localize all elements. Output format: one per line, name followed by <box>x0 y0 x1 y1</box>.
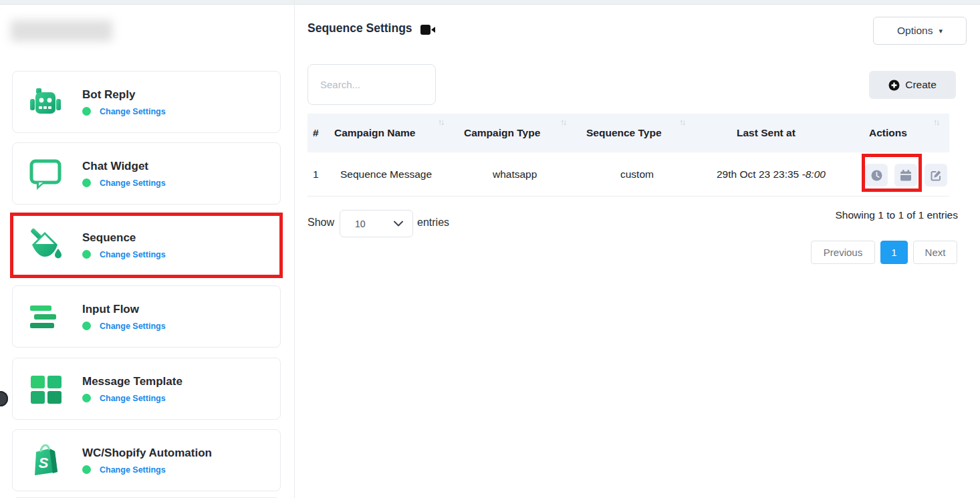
column-header-actions[interactable]: Actions <box>869 114 907 152</box>
cell-campaign-type: whatsapp <box>493 152 537 196</box>
sort-icon[interactable]: ↑↓ <box>679 118 685 127</box>
status-dot <box>82 107 91 116</box>
change-settings-link[interactable]: Change Settings <box>100 322 166 331</box>
sidebar-item-label: Chat Widget <box>82 160 166 173</box>
options-button[interactable]: Options ▾ <box>873 17 967 45</box>
change-settings-link[interactable]: Change Settings <box>100 107 166 116</box>
sort-icon[interactable]: ↑↓ <box>933 118 939 127</box>
sidebar-item-label: Sequence <box>82 231 166 245</box>
sort-icon[interactable]: ↑↓ <box>560 118 566 127</box>
sidebar-item-label: Bot Reply <box>82 88 166 102</box>
shopify-icon: S <box>26 441 65 480</box>
caret-down-icon: ▾ <box>939 27 943 35</box>
paint-bucket-icon <box>26 226 65 265</box>
sidebar-item-sequence[interactable]: Sequence Change Settings <box>12 214 281 276</box>
column-header-campaign-name[interactable]: Campaign Name <box>334 114 415 152</box>
sort-icon[interactable]: ↑↓ <box>438 118 443 127</box>
status-dot <box>82 322 91 330</box>
status-dot <box>82 178 91 187</box>
sidebar-item-chat-widget[interactable]: Chat Widget Change Settings <box>12 142 281 205</box>
app-logo-blurred <box>11 20 112 41</box>
top-strip <box>0 0 980 5</box>
change-settings-link[interactable]: Change Settings <box>100 465 166 475</box>
column-header-last-sent[interactable]: Last Sent at <box>737 114 795 152</box>
sidebar-item-label: Input Flow <box>82 303 166 316</box>
clock-icon <box>871 170 882 181</box>
chat-bubble-icon <box>26 154 65 193</box>
calendar-button[interactable] <box>894 164 917 186</box>
page-title: Sequence Settings <box>308 21 412 35</box>
sidebar-divider <box>294 0 295 498</box>
options-label: Options <box>897 25 933 37</box>
bot-icon <box>26 83 65 122</box>
entries-per-page-select[interactable]: 10 <box>340 210 413 237</box>
sidebar-item-bot-reply[interactable]: Bot Reply Change Settings <box>12 71 281 133</box>
showing-entries-text: Showing 1 to 1 of 1 entries <box>835 209 958 221</box>
table-row-divider <box>308 196 949 197</box>
cell-sequence-type: custom <box>620 152 654 196</box>
cell-campaign-name: Sequence Message <box>340 152 432 196</box>
sidebar-item-label: WC/Shopify Automation <box>82 447 212 460</box>
sidebar-item-input-flow[interactable]: Input Flow Change Settings <box>12 285 281 348</box>
column-header-campaign-type[interactable]: Campaign Type <box>464 114 540 152</box>
search-input[interactable] <box>308 64 436 105</box>
entries-label: entries <box>417 217 449 229</box>
show-label: Show <box>308 217 334 229</box>
calendar-icon <box>900 170 911 181</box>
change-settings-link[interactable]: Change Settings <box>100 250 166 259</box>
status-dot <box>82 250 91 259</box>
change-settings-link[interactable]: Change Settings <box>100 178 166 188</box>
status-dot <box>82 465 91 474</box>
video-camera-icon[interactable] <box>420 24 437 38</box>
plus-circle-icon <box>888 80 900 91</box>
chevron-down-icon <box>394 221 403 227</box>
sidebar-item-message-template[interactable]: Message Template Change Settings <box>12 358 281 420</box>
sequence-settings-page: Bot Reply Change Settings Chat Widget Ch… <box>0 0 980 498</box>
sidebar-item-label: Message Template <box>82 375 182 388</box>
create-button[interactable]: Create <box>869 71 956 99</box>
sidebar-item-wc-shopify[interactable]: S WC/Shopify Automation Change Settings <box>12 429 281 491</box>
svg-text:S: S <box>39 455 49 471</box>
column-header-index[interactable]: # <box>313 114 319 152</box>
grid-icon <box>26 370 65 408</box>
change-settings-link[interactable]: Change Settings <box>100 394 166 403</box>
cell-last-sent-at: 29th Oct 23 23:35 -8:00 <box>717 152 826 196</box>
edit-icon <box>931 170 942 181</box>
entries-per-page-value: 10 <box>355 219 366 229</box>
pagination-previous-button[interactable]: Previous <box>811 241 875 264</box>
edit-button[interactable] <box>925 164 947 186</box>
edge-floating-button[interactable] <box>0 391 8 406</box>
create-label: Create <box>905 79 937 91</box>
pagination-page-1-button[interactable]: 1 <box>880 241 908 264</box>
column-header-sequence-type[interactable]: Sequence Type <box>586 114 662 152</box>
status-dot <box>82 394 91 402</box>
bars-icon <box>26 297 65 336</box>
cell-index: 1 <box>313 152 319 196</box>
schedule-clock-button[interactable] <box>865 164 888 186</box>
timezone-offset: -8:00 <box>802 168 826 180</box>
pagination-next-button[interactable]: Next <box>913 241 957 264</box>
